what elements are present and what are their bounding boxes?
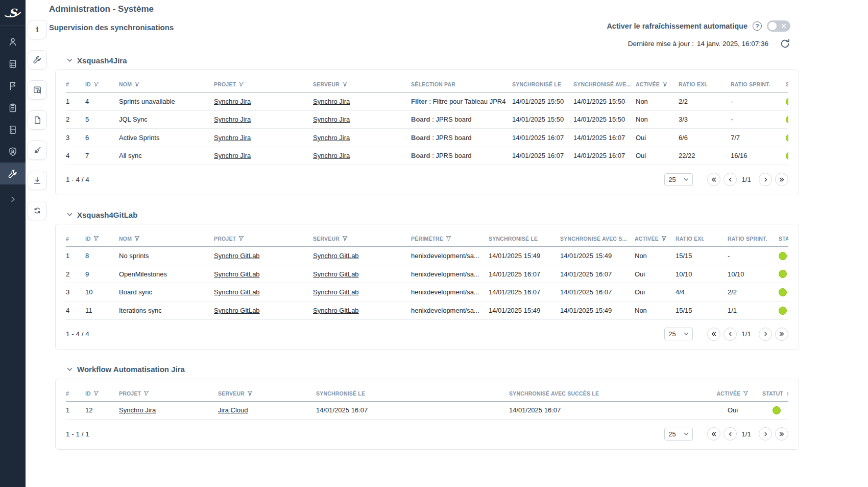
section-collapse-toggle[interactable]: Xsquash4Jira (67, 56, 799, 65)
cell-link[interactable]: Synchro GitLab (313, 270, 359, 278)
tab-logs[interactable] (28, 110, 47, 130)
column-header-synchronis-ave[interactable]: SYNCHRONISÉ AVE... (573, 77, 636, 92)
last-page-button[interactable] (775, 427, 788, 440)
column-header-synchronis-le[interactable]: SYNCHRONISÉ LE (489, 231, 560, 247)
cell-link[interactable]: Synchro GitLab (214, 288, 260, 296)
column-header-serveur[interactable]: SERVEUR (313, 231, 411, 247)
column-header-ratio-sprint[interactable]: RATIO SPRINT. (731, 77, 786, 92)
filter-icon[interactable] (134, 81, 140, 87)
column-header-ratio-exi[interactable]: RATIO EXI. (676, 231, 728, 247)
column-header-col[interactable]: # (66, 77, 85, 92)
sidebar-item-projects[interactable] (0, 53, 26, 75)
filter-icon[interactable] (743, 390, 749, 396)
app-logo[interactable]: S (0, 0, 26, 26)
column-header-ratio-sprint[interactable]: RATIO SPRINT. (728, 231, 779, 247)
tab-cleaning[interactable] (28, 141, 47, 160)
filter-icon[interactable] (238, 236, 244, 241)
prev-page-button[interactable] (724, 427, 737, 440)
tab-information[interactable]: i (28, 20, 47, 39)
first-page-button[interactable] (707, 173, 720, 186)
column-header-col[interactable]: # (66, 231, 85, 247)
column-header-s-lection-par[interactable]: SÉLECTION PAR (411, 77, 512, 92)
filter-icon[interactable] (446, 236, 451, 241)
column-header-statut[interactable]: STATUT↑ (779, 231, 788, 247)
help-icon[interactable]: ? (753, 21, 762, 31)
sidebar-item-servers[interactable] (0, 119, 26, 141)
tab-synchronisations[interactable] (28, 201, 47, 220)
filter-icon[interactable] (93, 81, 99, 87)
section-collapse-toggle[interactable]: Xsquash4GitLab (67, 210, 799, 219)
first-page-button[interactable] (707, 328, 720, 341)
prev-page-button[interactable] (724, 173, 737, 186)
cell-link[interactable]: Synchro GitLab (214, 307, 260, 314)
sidebar-item-users[interactable] (0, 31, 26, 53)
last-page-button[interactable] (775, 328, 788, 341)
cell-link[interactable]: Synchro Jira (119, 406, 156, 414)
column-header-synchronis-le[interactable]: SYNCHRONISÉ LE (316, 386, 509, 402)
column-header-projet[interactable]: PROJET (214, 77, 313, 92)
cell-link[interactable]: Synchro Jira (313, 134, 350, 142)
filter-icon[interactable] (661, 236, 667, 241)
column-header-ratio-exi[interactable]: RATIO EXI. (679, 77, 731, 92)
cell-link[interactable]: Synchro GitLab (214, 270, 260, 278)
column-header-id[interactable]: ID (85, 231, 119, 247)
cell-link[interactable]: Synchro Jira (214, 134, 251, 142)
sidebar-item-requirements[interactable] (0, 97, 26, 119)
filter-icon[interactable] (134, 236, 140, 241)
column-header-nom[interactable]: NOM (119, 77, 214, 92)
cell-link[interactable]: Synchro GitLab (313, 288, 359, 296)
refresh-button[interactable] (780, 38, 790, 49)
auto-refresh-toggle[interactable] (767, 20, 790, 32)
column-header-activ-e[interactable]: ACTIVÉE (707, 386, 762, 402)
tab-consultation[interactable] (28, 80, 47, 100)
filter-icon[interactable] (662, 81, 668, 87)
column-header-id[interactable]: ID (85, 386, 119, 402)
tab-downloads[interactable] (28, 171, 47, 190)
sidebar-item-milestones[interactable] (0, 75, 26, 97)
filter-icon[interactable] (342, 236, 348, 241)
section-collapse-toggle[interactable]: Workflow Automatisation Jira (67, 365, 799, 374)
cell-link[interactable]: Synchro Jira (313, 98, 350, 105)
cell-link[interactable]: Synchro GitLab (313, 307, 359, 314)
sidebar-item-system[interactable] (0, 163, 26, 184)
filter-icon[interactable] (93, 390, 99, 396)
cell-link[interactable]: Synchro Jira (214, 115, 251, 123)
column-header-statut[interactable]: STATUT↑ (786, 77, 788, 92)
tab-settings[interactable] (28, 50, 47, 69)
column-header-col[interactable]: # (66, 386, 85, 402)
column-header-synchronis-avec-succ-s-le[interactable]: SYNCHRONISÉ AVEC SUCCÈS LE (509, 386, 707, 402)
next-page-button[interactable] (759, 173, 772, 186)
cell-link[interactable]: Jira Cloud (218, 406, 248, 414)
page-size-select[interactable]: 25 (664, 428, 693, 440)
filter-icon[interactable] (342, 81, 348, 87)
next-page-button[interactable] (759, 328, 772, 341)
page-size-select[interactable]: 25 (664, 173, 693, 186)
filter-icon[interactable] (143, 390, 149, 396)
sort-ascending-icon[interactable]: ↑ (786, 390, 788, 397)
column-header-synchronis-le[interactable]: SYNCHRONISÉ LE (512, 77, 573, 92)
first-page-button[interactable] (707, 427, 720, 440)
cell-link[interactable]: Synchro Jira (214, 152, 251, 159)
column-header-projet[interactable]: PROJET (214, 231, 313, 247)
column-header-p-rim-tre[interactable]: PÉRIMÈTRE (411, 231, 489, 247)
column-header-projet[interactable]: PROJET (119, 386, 218, 402)
filter-icon[interactable] (238, 81, 244, 87)
column-header-id[interactable]: ID (85, 77, 119, 92)
cell-link[interactable]: Synchro GitLab (313, 252, 359, 260)
column-header-serveur[interactable]: SERVEUR (313, 77, 411, 92)
cell-link[interactable]: Synchro GitLab (214, 252, 260, 260)
column-header-statut[interactable]: STATUT↑ (762, 386, 788, 402)
filter-icon[interactable] (247, 390, 253, 396)
column-header-nom[interactable]: NOM (119, 231, 214, 247)
column-header-serveur[interactable]: SERVEUR (218, 386, 316, 402)
next-page-button[interactable] (759, 427, 772, 440)
last-page-button[interactable] (775, 173, 788, 186)
sidebar-item-access[interactable] (0, 141, 26, 163)
page-size-select[interactable]: 25 (664, 328, 693, 340)
column-header-activ-e[interactable]: ACTIVÉE (636, 77, 679, 92)
prev-page-button[interactable] (724, 328, 737, 341)
cell-link[interactable]: Synchro Jira (313, 115, 350, 123)
cell-link[interactable]: Synchro Jira (313, 152, 350, 159)
sidebar-collapse-button[interactable] (0, 188, 26, 210)
filter-icon[interactable] (93, 236, 99, 241)
